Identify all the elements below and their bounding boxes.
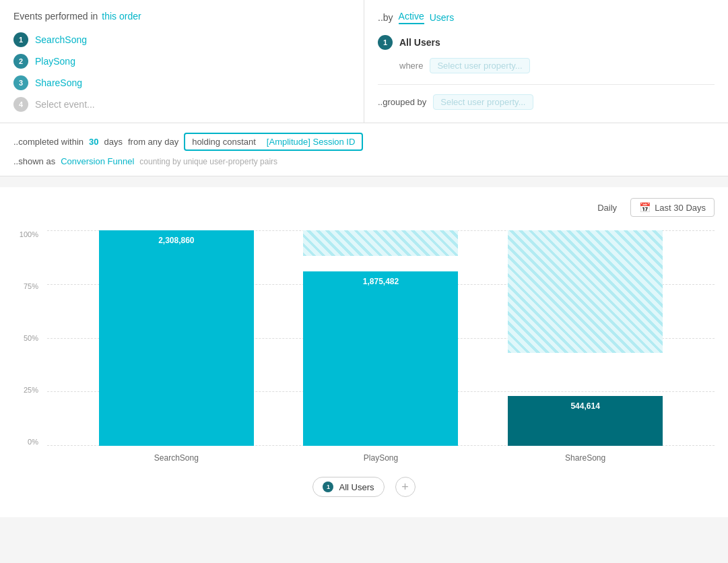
bar-searchsong-value: 2,308,860 <box>158 236 194 245</box>
chart-wrapper: 0% 25% 50% 75% 100% 2, <box>13 230 715 466</box>
bar-playsong: 1,875,482 <box>303 230 458 446</box>
event-badge-4: 4 <box>13 97 28 112</box>
event-name-1[interactable]: SearchSong <box>35 34 87 45</box>
event-badge-3: 3 <box>13 75 28 90</box>
bars-container: 2,308,860 1,875,482 <box>47 230 715 446</box>
this-order-link[interactable]: this order <box>102 11 141 22</box>
legend-row: 1 All Users + <box>13 477 715 497</box>
bar-playsong-hatched <box>303 230 458 256</box>
chart-area: 2,308,860 1,875,482 <box>47 230 715 446</box>
event-placeholder[interactable]: Select event... <box>35 99 95 110</box>
bar-playsong-value: 1,875,482 <box>363 277 399 286</box>
config-panel: ..completed within 30 days from any day … <box>0 123 728 176</box>
completed-within-label: ..completed within <box>13 137 84 147</box>
chart-controls: Daily 📅 Last 30 Days <box>13 198 715 217</box>
bar-searchsong: 2,308,860 <box>99 230 254 446</box>
days-label: days <box>104 137 123 147</box>
bar-sharesong: 544,614 <box>508 230 663 446</box>
holding-constant-value: [Amplitude] Session ID <box>267 137 356 147</box>
bar-sharesong-solid: 544,614 <box>508 396 663 446</box>
date-range-label: Last 30 Days <box>655 203 706 213</box>
from-label: from any day <box>128 137 178 147</box>
x-label-searchsong: SearchSong <box>99 453 254 463</box>
left-panel: Events performed in this order 1 SearchS… <box>0 0 364 123</box>
bar-playsong-solid: 1,875,482 <box>303 271 458 446</box>
right-panel: ..by Active Users 1 All Users where Sele… <box>364 0 728 123</box>
list-item: 1 SearchSong <box>13 32 350 47</box>
grouped-row: ..grouped by Select user property... <box>378 84 715 110</box>
where-row: where Select user property... <box>399 58 715 73</box>
user-group: 1 All Users <box>378 35 715 50</box>
event-list: 1 SearchSong 2 PlaySong 3 ShareSong 4 Se… <box>13 32 350 112</box>
panel-header: Events performed in this order <box>13 11 350 22</box>
event-name-3[interactable]: ShareSong <box>35 77 82 88</box>
user-group-badge: 1 <box>378 35 393 50</box>
y-label-100: 100% <box>13 230 44 238</box>
bar-sharesong-hatched <box>508 230 663 353</box>
top-panel: Events performed in this order 1 SearchS… <box>0 0 728 123</box>
daily-button[interactable]: Daily <box>592 200 622 216</box>
y-axis: 0% 25% 50% 75% 100% <box>13 230 44 446</box>
shown-as-label: ..shown as <box>13 156 55 166</box>
active-tab[interactable]: Active <box>399 11 424 24</box>
legend-dot: 1 <box>323 482 333 492</box>
calendar-icon: 📅 <box>639 202 651 213</box>
y-label-25: 25% <box>13 386 44 394</box>
holding-constant-box[interactable]: holding constant [Amplitude] Session ID <box>184 133 363 151</box>
x-label-sharesong: ShareSong <box>508 453 663 463</box>
list-item: 2 PlaySong <box>13 54 350 69</box>
event-name-2[interactable]: PlaySong <box>35 56 75 67</box>
bar-sharesong-value: 544,614 <box>570 401 599 411</box>
y-label-0: 0% <box>13 438 44 446</box>
x-label-playsong: PlaySong <box>303 453 458 463</box>
shown-as-row: ..shown as Conversion Funnel counting by… <box>13 156 715 166</box>
list-item: 3 ShareSong <box>13 75 350 90</box>
date-range-button[interactable]: 📅 Last 30 Days <box>630 198 715 217</box>
chart-section: Daily 📅 Last 30 Days 0% 25% 50% 75% 100% <box>0 187 728 517</box>
legend-add-button[interactable]: + <box>395 477 416 497</box>
grouped-by-select[interactable]: Select user property... <box>433 94 533 110</box>
users-tab[interactable]: Users <box>430 12 455 23</box>
user-property-select[interactable]: Select user property... <box>430 58 529 73</box>
list-item: 4 Select event... <box>13 97 350 112</box>
events-prefix-text: Events performed in <box>13 11 98 22</box>
grouped-by-label: ..grouped by <box>378 97 426 107</box>
config-row-1: ..completed within 30 days from any day … <box>13 133 715 151</box>
x-axis-labels: SearchSong PlaySong ShareSong <box>47 448 715 463</box>
by-label: ..by <box>378 12 393 23</box>
event-badge-2: 2 <box>13 54 28 69</box>
shown-as-value[interactable]: Conversion Funnel <box>61 156 134 166</box>
legend-all-users[interactable]: 1 All Users <box>312 477 384 497</box>
bar-searchsong-solid: 2,308,860 <box>99 230 254 446</box>
y-label-75: 75% <box>13 282 44 290</box>
days-count[interactable]: 30 <box>89 137 98 147</box>
user-group-name: All Users <box>399 37 440 48</box>
holding-constant-label: holding constant <box>192 137 256 147</box>
gap-section <box>0 176 728 182</box>
event-badge-1: 1 <box>13 32 28 47</box>
by-header: ..by Active Users <box>378 11 715 24</box>
counting-text: counting by unique user-property pairs <box>139 157 277 166</box>
legend-label: All Users <box>339 482 374 492</box>
y-label-50: 50% <box>13 334 44 342</box>
where-label: where <box>399 61 423 71</box>
